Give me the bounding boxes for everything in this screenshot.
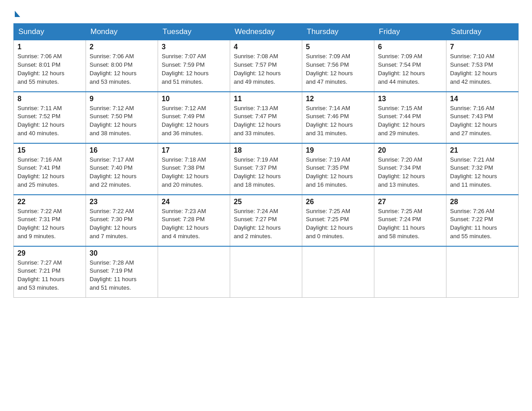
calendar-table: SundayMondayTuesdayWednesdayThursdayFrid… — [13, 23, 519, 298]
day-number: 8 — [17, 95, 82, 103]
day-info: Sunrise: 7:21 AMSunset: 7:32 PMDaylight:… — [450, 156, 515, 189]
day-number: 21 — [450, 146, 515, 154]
calendar-cell: 10Sunrise: 7:12 AMSunset: 7:49 PMDayligh… — [158, 92, 230, 143]
day-number: 17 — [162, 146, 226, 154]
calendar-cell: 14Sunrise: 7:16 AMSunset: 7:43 PMDayligh… — [446, 92, 519, 143]
calendar-cell: 21Sunrise: 7:21 AMSunset: 7:32 PMDayligh… — [446, 143, 519, 195]
day-info: Sunrise: 7:11 AMSunset: 7:52 PMDaylight:… — [17, 104, 82, 138]
day-info: Sunrise: 7:19 AMSunset: 7:35 PMDaylight:… — [306, 156, 370, 189]
calendar-cell: 4Sunrise: 7:08 AMSunset: 7:57 PMDaylight… — [230, 40, 302, 92]
day-number: 25 — [234, 198, 298, 206]
calendar-cell: 19Sunrise: 7:19 AMSunset: 7:35 PMDayligh… — [302, 143, 374, 195]
day-info: Sunrise: 7:15 AMSunset: 7:44 PMDaylight:… — [378, 104, 442, 138]
week-row-4: 22Sunrise: 7:22 AMSunset: 7:31 PMDayligh… — [14, 195, 519, 246]
day-info: Sunrise: 7:09 AMSunset: 7:54 PMDaylight:… — [378, 52, 442, 86]
day-info: Sunrise: 7:13 AMSunset: 7:47 PMDaylight:… — [234, 104, 298, 138]
calendar-cell — [446, 246, 519, 298]
calendar-cell — [158, 246, 230, 298]
calendar-cell: 8Sunrise: 7:11 AMSunset: 7:52 PMDaylight… — [14, 92, 86, 143]
day-number: 28 — [450, 198, 515, 206]
calendar-cell: 18Sunrise: 7:19 AMSunset: 7:37 PMDayligh… — [230, 143, 302, 195]
calendar-cell: 28Sunrise: 7:26 AMSunset: 7:22 PMDayligh… — [446, 195, 519, 246]
calendar-cell — [302, 246, 374, 298]
day-number: 12 — [306, 95, 370, 103]
calendar-cell: 30Sunrise: 7:28 AMSunset: 7:19 PMDayligh… — [86, 246, 158, 298]
header-tuesday: Tuesday — [158, 24, 230, 40]
header-wednesday: Wednesday — [230, 24, 302, 40]
calendar-cell: 27Sunrise: 7:25 AMSunset: 7:24 PMDayligh… — [374, 195, 446, 246]
day-number: 20 — [378, 146, 442, 154]
header-saturday: Saturday — [446, 24, 519, 40]
day-info: Sunrise: 7:19 AMSunset: 7:37 PMDaylight:… — [234, 156, 298, 189]
day-info: Sunrise: 7:16 AMSunset: 7:43 PMDaylight:… — [450, 104, 515, 138]
day-info: Sunrise: 7:08 AMSunset: 7:57 PMDaylight:… — [234, 52, 298, 86]
day-number: 24 — [162, 198, 226, 206]
header-sunday: Sunday — [14, 24, 86, 40]
day-number: 19 — [306, 146, 370, 154]
calendar-cell: 23Sunrise: 7:22 AMSunset: 7:30 PMDayligh… — [86, 195, 158, 246]
day-number: 9 — [90, 95, 154, 103]
day-info: Sunrise: 7:16 AMSunset: 7:41 PMDaylight:… — [17, 156, 82, 189]
calendar-cell: 26Sunrise: 7:25 AMSunset: 7:25 PMDayligh… — [302, 195, 374, 246]
calendar-cell: 12Sunrise: 7:14 AMSunset: 7:46 PMDayligh… — [302, 92, 374, 143]
day-number: 14 — [450, 95, 515, 103]
day-info: Sunrise: 7:27 AMSunset: 7:21 PMDaylight:… — [17, 259, 82, 292]
calendar-cell: 25Sunrise: 7:24 AMSunset: 7:27 PMDayligh… — [230, 195, 302, 246]
calendar-cell: 20Sunrise: 7:20 AMSunset: 7:34 PMDayligh… — [374, 143, 446, 195]
day-info: Sunrise: 7:10 AMSunset: 7:53 PMDaylight:… — [450, 52, 515, 86]
day-info: Sunrise: 7:23 AMSunset: 7:28 PMDaylight:… — [162, 207, 226, 241]
day-number: 7 — [450, 43, 515, 51]
header-friday: Friday — [374, 24, 446, 40]
day-info: Sunrise: 7:24 AMSunset: 7:27 PMDaylight:… — [234, 207, 298, 241]
calendar-cell — [374, 246, 446, 298]
day-number: 5 — [306, 43, 370, 51]
day-info: Sunrise: 7:25 AMSunset: 7:24 PMDaylight:… — [378, 207, 442, 241]
calendar-cell: 11Sunrise: 7:13 AMSunset: 7:47 PMDayligh… — [230, 92, 302, 143]
calendar-cell: 22Sunrise: 7:22 AMSunset: 7:31 PMDayligh… — [14, 195, 86, 246]
logo-triangle-icon — [15, 11, 20, 17]
calendar-cell: 7Sunrise: 7:10 AMSunset: 7:53 PMDaylight… — [446, 40, 519, 92]
header-monday: Monday — [86, 24, 158, 40]
day-number: 30 — [90, 249, 154, 257]
day-number: 1 — [17, 43, 82, 51]
header-thursday: Thursday — [302, 24, 374, 40]
calendar-cell: 2Sunrise: 7:06 AMSunset: 8:00 PMDaylight… — [86, 40, 158, 92]
day-number: 26 — [306, 198, 370, 206]
calendar-cell — [230, 246, 302, 298]
calendar-cell: 5Sunrise: 7:09 AMSunset: 7:56 PMDaylight… — [302, 40, 374, 92]
day-number: 15 — [17, 146, 82, 154]
day-info: Sunrise: 7:20 AMSunset: 7:34 PMDaylight:… — [378, 156, 442, 189]
day-number: 27 — [378, 198, 442, 206]
day-number: 6 — [378, 43, 442, 51]
day-info: Sunrise: 7:22 AMSunset: 7:31 PMDaylight:… — [17, 207, 82, 241]
day-number: 2 — [90, 43, 154, 51]
week-row-5: 29Sunrise: 7:27 AMSunset: 7:21 PMDayligh… — [14, 246, 519, 298]
day-info: Sunrise: 7:18 AMSunset: 7:38 PMDaylight:… — [162, 156, 226, 189]
calendar-cell: 3Sunrise: 7:07 AMSunset: 7:59 PMDaylight… — [158, 40, 230, 92]
day-info: Sunrise: 7:17 AMSunset: 7:40 PMDaylight:… — [90, 156, 154, 189]
week-row-1: 1Sunrise: 7:06 AMSunset: 8:01 PMDaylight… — [14, 40, 519, 92]
day-info: Sunrise: 7:12 AMSunset: 7:49 PMDaylight:… — [162, 104, 226, 138]
calendar-cell: 6Sunrise: 7:09 AMSunset: 7:54 PMDaylight… — [374, 40, 446, 92]
day-number: 13 — [378, 95, 442, 103]
header-row: SundayMondayTuesdayWednesdayThursdayFrid… — [14, 24, 519, 40]
calendar-cell: 24Sunrise: 7:23 AMSunset: 7:28 PMDayligh… — [158, 195, 230, 246]
calendar-cell: 1Sunrise: 7:06 AMSunset: 8:01 PMDaylight… — [14, 40, 86, 92]
week-row-2: 8Sunrise: 7:11 AMSunset: 7:52 PMDaylight… — [14, 92, 519, 143]
day-number: 18 — [234, 146, 298, 154]
day-info: Sunrise: 7:26 AMSunset: 7:22 PMDaylight:… — [450, 207, 515, 241]
day-number: 10 — [162, 95, 226, 103]
day-info: Sunrise: 7:07 AMSunset: 7:59 PMDaylight:… — [162, 52, 226, 86]
day-info: Sunrise: 7:22 AMSunset: 7:30 PMDaylight:… — [90, 207, 154, 241]
page-header — [13, 11, 519, 19]
logo — [13, 11, 20, 19]
calendar-cell: 17Sunrise: 7:18 AMSunset: 7:38 PMDayligh… — [158, 143, 230, 195]
calendar-cell: 15Sunrise: 7:16 AMSunset: 7:41 PMDayligh… — [14, 143, 86, 195]
day-number: 16 — [90, 146, 154, 154]
day-number: 3 — [162, 43, 226, 51]
calendar-cell: 13Sunrise: 7:15 AMSunset: 7:44 PMDayligh… — [374, 92, 446, 143]
day-info: Sunrise: 7:28 AMSunset: 7:19 PMDaylight:… — [90, 259, 154, 292]
day-number: 11 — [234, 95, 298, 103]
calendar-cell: 16Sunrise: 7:17 AMSunset: 7:40 PMDayligh… — [86, 143, 158, 195]
calendar-cell: 29Sunrise: 7:27 AMSunset: 7:21 PMDayligh… — [14, 246, 86, 298]
